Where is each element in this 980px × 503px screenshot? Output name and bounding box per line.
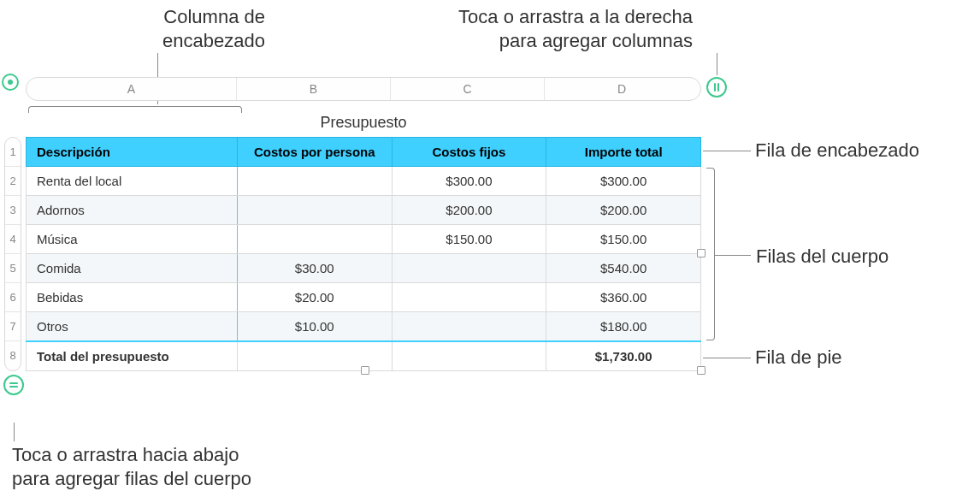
cell-fixed[interactable]: $200.00 bbox=[392, 196, 546, 225]
row-header-5[interactable]: 5 bbox=[5, 254, 21, 283]
th-fixed[interactable]: Costos fijos bbox=[392, 138, 546, 167]
table-row[interactable]: Comida $30.00 $540.00 bbox=[27, 254, 701, 283]
table-row[interactable]: Adornos $200.00 $200.00 bbox=[27, 196, 701, 225]
cell-desc[interactable]: Otros bbox=[27, 312, 238, 342]
cell-per-person[interactable]: $20.00 bbox=[237, 283, 392, 312]
row-header-6[interactable]: 6 bbox=[5, 283, 21, 312]
callout-line bbox=[14, 423, 15, 441]
callout-footer-row: Fila de pie bbox=[755, 346, 842, 370]
add-row-handle[interactable] bbox=[3, 375, 24, 395]
row-header-7[interactable]: 7 bbox=[5, 312, 21, 341]
cell-per-person[interactable]: $30.00 bbox=[237, 254, 392, 283]
callout-bracket bbox=[706, 168, 715, 340]
th-desc[interactable]: Descripción bbox=[27, 138, 238, 167]
cell-fixed[interactable] bbox=[392, 312, 546, 342]
cell-total[interactable]: $180.00 bbox=[546, 312, 701, 342]
cell-fixed[interactable] bbox=[392, 254, 546, 283]
row-header-3[interactable]: 3 bbox=[5, 196, 21, 225]
cell-per-person[interactable] bbox=[237, 196, 392, 225]
cell-footer-fixed[interactable] bbox=[392, 341, 546, 371]
row-header-4[interactable]: 4 bbox=[5, 225, 21, 254]
cell-per-person[interactable] bbox=[237, 225, 392, 254]
cell-fixed[interactable]: $150.00 bbox=[392, 225, 546, 254]
callout-line bbox=[703, 151, 751, 151]
col-header-d[interactable]: D bbox=[545, 78, 699, 100]
callout-add-columns: Toca o arrastra a la derecha para agrega… bbox=[368, 5, 693, 52]
cell-desc[interactable]: Música bbox=[27, 225, 238, 254]
row-header-1[interactable]: 1 bbox=[5, 138, 21, 167]
callout-header-column: Columna de encabezado bbox=[51, 5, 265, 52]
col-header-b[interactable]: B bbox=[237, 78, 391, 100]
cell-desc[interactable]: Comida bbox=[27, 254, 238, 283]
column-headers-strip[interactable]: A B C D bbox=[26, 77, 701, 101]
selection-handle[interactable] bbox=[697, 249, 705, 257]
callout-line bbox=[703, 358, 751, 358]
cell-total[interactable]: $200.00 bbox=[546, 196, 701, 225]
th-total[interactable]: Importe total bbox=[546, 138, 701, 167]
selection-handle[interactable] bbox=[361, 366, 369, 375]
cell-per-person[interactable]: $10.00 bbox=[237, 312, 392, 342]
th-per-person[interactable]: Costos por persona bbox=[237, 138, 392, 167]
budget-table[interactable]: Descripción Costos por persona Costos fi… bbox=[26, 137, 701, 371]
col-header-c[interactable]: C bbox=[391, 78, 545, 100]
row-headers-strip[interactable]: 1 2 3 4 5 6 7 8 bbox=[4, 137, 21, 371]
selection-handle[interactable] bbox=[697, 366, 705, 375]
table-title: Presupuesto bbox=[26, 109, 701, 135]
table-row[interactable]: Renta del local $300.00 $300.00 bbox=[27, 167, 701, 196]
cell-footer-total[interactable]: $1,730.00 bbox=[546, 341, 701, 371]
table-header-row[interactable]: Descripción Costos por persona Costos fi… bbox=[27, 138, 701, 167]
callout-line bbox=[715, 255, 751, 256]
cell-per-person[interactable] bbox=[237, 167, 392, 196]
callout-line bbox=[717, 53, 717, 75]
row-header-8[interactable]: 8 bbox=[5, 341, 21, 370]
cell-fixed[interactable] bbox=[392, 283, 546, 312]
col-header-a[interactable]: A bbox=[27, 78, 237, 100]
cell-desc[interactable]: Adornos bbox=[27, 196, 238, 225]
table-row[interactable]: Bebidas $20.00 $360.00 bbox=[27, 283, 701, 312]
cell-total[interactable]: $360.00 bbox=[546, 283, 701, 312]
table-select-handle[interactable] bbox=[2, 74, 19, 91]
cell-total[interactable]: $150.00 bbox=[546, 225, 701, 254]
cell-total[interactable]: $300.00 bbox=[546, 167, 701, 196]
add-column-handle[interactable] bbox=[706, 77, 727, 98]
callout-header-row: Fila de encabezado bbox=[755, 139, 919, 163]
cell-footer-desc[interactable]: Total del presupuesto bbox=[27, 341, 238, 371]
row-header-2[interactable]: 2 bbox=[5, 167, 21, 196]
callout-body-rows: Filas del cuerpo bbox=[756, 245, 888, 269]
callout-add-rows: Toca o arrastra hacia abajo para agregar… bbox=[12, 443, 251, 490]
table-row[interactable]: Música $150.00 $150.00 bbox=[27, 225, 701, 254]
cell-total[interactable]: $540.00 bbox=[546, 254, 701, 283]
cell-desc[interactable]: Renta del local bbox=[27, 167, 238, 196]
cell-fixed[interactable]: $300.00 bbox=[392, 167, 546, 196]
cell-desc[interactable]: Bebidas bbox=[27, 283, 238, 312]
table-row[interactable]: Otros $10.00 $180.00 bbox=[27, 312, 701, 342]
